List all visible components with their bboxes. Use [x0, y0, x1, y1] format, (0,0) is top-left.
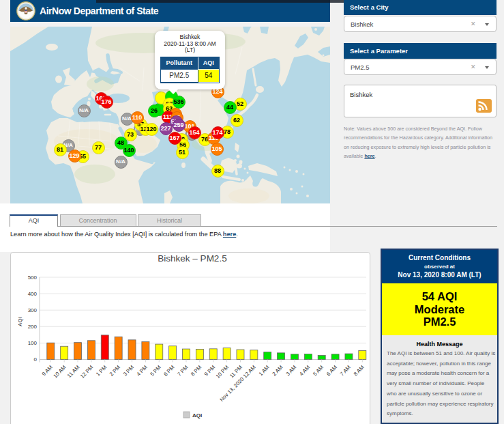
- svg-text:10 AM: 10 AM: [53, 365, 68, 380]
- svg-text:4 PM: 4 PM: [136, 365, 149, 378]
- svg-text:2 PM: 2 PM: [108, 365, 121, 378]
- svg-text:6 PM: 6 PM: [162, 365, 175, 378]
- svg-text:500: 500: [28, 274, 38, 281]
- svg-text:1 AM: 1 AM: [258, 365, 271, 378]
- svg-text:AQI: AQI: [17, 317, 23, 326]
- svg-text:8 AM: 8 AM: [353, 365, 366, 378]
- svg-text:400: 400: [28, 291, 38, 297]
- svg-text:5 PM: 5 PM: [149, 365, 162, 378]
- svg-text:11 AM: 11 AM: [66, 365, 81, 380]
- svg-text:6 AM: 6 AM: [325, 365, 338, 378]
- svg-text:Bishkek – PM2.5: Bishkek – PM2.5: [158, 253, 226, 264]
- svg-text:5 AM: 5 AM: [312, 365, 325, 378]
- svg-text:8 PM: 8 PM: [190, 365, 203, 378]
- svg-text:3 PM: 3 PM: [122, 365, 135, 378]
- svg-text:200: 200: [28, 324, 38, 330]
- svg-text:0: 0: [34, 356, 38, 363]
- svg-text:4 AM: 4 AM: [298, 365, 311, 378]
- svg-text:AQI: AQI: [192, 412, 202, 419]
- svg-text:300: 300: [28, 307, 38, 313]
- svg-text:3 AM: 3 AM: [284, 365, 297, 378]
- svg-text:2 AM: 2 AM: [271, 365, 284, 378]
- svg-text:100: 100: [28, 340, 38, 346]
- svg-text:12 PM: 12 PM: [79, 365, 94, 380]
- svg-text:1 PM: 1 PM: [95, 365, 108, 378]
- svg-text:10 PM: 10 PM: [215, 365, 230, 380]
- svg-text:7 PM: 7 PM: [176, 365, 189, 378]
- svg-text:7 AM: 7 AM: [339, 365, 352, 378]
